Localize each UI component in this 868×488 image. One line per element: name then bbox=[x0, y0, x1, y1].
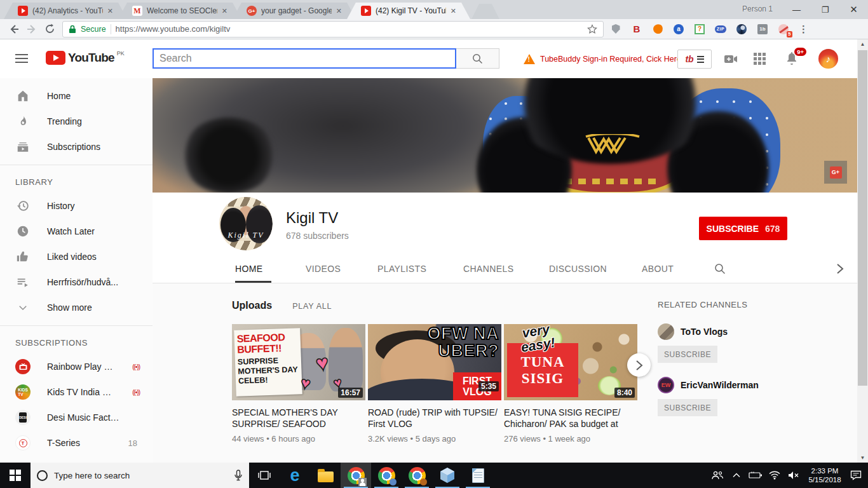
notepad-button[interactable] bbox=[463, 463, 493, 488]
scroll-down-icon[interactable]: ▼ bbox=[857, 453, 868, 463]
action-center-icon[interactable] bbox=[848, 463, 864, 488]
tab-analytics[interactable]: (42) Analytics - YouTube ✕ bbox=[4, 3, 127, 19]
tab-close-icon[interactable]: ✕ bbox=[222, 8, 227, 15]
tab-close-icon[interactable]: ✕ bbox=[451, 8, 456, 15]
video-thumbnail[interactable]: TUNA SISIG very easy! 8:40 bbox=[504, 324, 637, 400]
sidebar-item-playlist-herrfrisor[interactable]: Herrfrisör/hudvå... bbox=[0, 269, 153, 295]
tab-playlists[interactable]: PLAYLISTS bbox=[377, 254, 426, 283]
play-all-link[interactable]: PLAY ALL bbox=[292, 302, 332, 311]
new-tab-button[interactable] bbox=[471, 4, 499, 19]
sidebar-item-kids-tv-india[interactable]: KIDSTV Kids TV India … ((•)) bbox=[0, 379, 153, 405]
channel-search-icon[interactable] bbox=[714, 254, 726, 283]
sidebar-item-watch-later[interactable]: Watch Later bbox=[0, 219, 153, 244]
volume-muted-icon[interactable] bbox=[785, 463, 802, 488]
question-extension-icon[interactable]: ? bbox=[694, 24, 705, 35]
tabs-chevron-right-icon[interactable] bbox=[836, 254, 844, 283]
warning-text[interactable]: TubeBuddy Sign-in Required, Cick Here bbox=[540, 55, 681, 64]
p-extension-icon[interactable] bbox=[736, 24, 747, 35]
task-view-button[interactable] bbox=[249, 463, 280, 488]
s-extension-icon[interactable]: 5 bbox=[778, 24, 789, 35]
a-extension-icon[interactable]: a bbox=[673, 24, 684, 35]
microphone-icon[interactable] bbox=[234, 470, 243, 481]
tab-close-icon[interactable]: ✕ bbox=[107, 8, 113, 15]
video-card[interactable]: TUNA SISIG very easy! 8:40 EASY! TUNA SI… bbox=[504, 324, 637, 444]
tubebuddy-extension-icon[interactable]: 1b bbox=[757, 24, 768, 35]
browser-profile-name[interactable]: Person 1 bbox=[742, 4, 773, 13]
sidebar-item-rainbow-play[interactable]: Rainbow Play … ((•)) bbox=[0, 354, 153, 379]
account-avatar[interactable]: ♪ bbox=[818, 49, 838, 69]
file-explorer-button[interactable] bbox=[310, 463, 341, 488]
forward-button[interactable] bbox=[23, 20, 41, 38]
page-scrollbar[interactable]: ▲ ▼ bbox=[857, 39, 868, 463]
video-title[interactable]: SPECIAL MOTHER'S DAY SURPRISE/ SEAFOOD bbox=[232, 407, 365, 430]
upload-video-icon[interactable] bbox=[723, 51, 738, 67]
tab-discussion[interactable]: DISCUSSION bbox=[549, 254, 607, 283]
notifications-bell-icon[interactable]: 9+ bbox=[784, 51, 801, 67]
youtube-logo[interactable]: YouTube PK bbox=[46, 51, 125, 65]
close-button[interactable]: ✕ bbox=[839, 0, 868, 19]
taskbar-search[interactable] bbox=[31, 463, 249, 488]
sidebar-item-trending[interactable]: Trending bbox=[0, 109, 153, 134]
minimize-button[interactable]: — bbox=[782, 0, 811, 19]
sidebar-item-subscriptions[interactable]: Subscriptions bbox=[0, 134, 153, 159]
subscribe-button[interactable]: SUBSCRIBE 678 bbox=[699, 217, 787, 240]
sidebar-item-home[interactable]: Home bbox=[0, 83, 153, 109]
search-button[interactable] bbox=[456, 48, 499, 69]
b-extension-icon[interactable]: B bbox=[631, 24, 642, 35]
back-button[interactable] bbox=[5, 20, 23, 38]
orange-extension-icon[interactable] bbox=[652, 24, 663, 35]
people-icon[interactable] bbox=[709, 463, 726, 488]
sidebar-item-liked-videos[interactable]: Liked videos bbox=[0, 244, 153, 269]
bookmark-star-icon[interactable] bbox=[587, 24, 597, 34]
guide-menu-icon[interactable] bbox=[15, 54, 28, 63]
video-card[interactable]: OFW NA UBER? FIRST VLOG 5:35 ROAD (rude)… bbox=[368, 324, 501, 444]
sidebar-item-desi-music-factory[interactable]: DESI Desi Music Factory bbox=[0, 405, 153, 430]
chrome-button-active[interactable] bbox=[341, 463, 371, 488]
tab-close-icon[interactable]: ✕ bbox=[336, 8, 342, 15]
video-thumbnail[interactable]: SEAFOOD BUFFET!! SURPRISE MOTHER'S DAY C… bbox=[232, 324, 365, 400]
tubebuddy-button[interactable]: tb bbox=[677, 50, 712, 69]
shield-extension-icon[interactable] bbox=[610, 24, 621, 35]
address-bar[interactable]: Secure https://www.youtube.com/kigiltv bbox=[62, 21, 604, 37]
tray-chevron-up-icon[interactable] bbox=[728, 463, 745, 488]
taskbar-search-input[interactable] bbox=[54, 471, 227, 480]
scroll-up-icon[interactable]: ▲ bbox=[857, 39, 868, 49]
wifi-icon[interactable] bbox=[766, 463, 783, 488]
tab-about[interactable]: ABOUT bbox=[642, 254, 674, 283]
tab-channels[interactable]: CHANNELS bbox=[463, 254, 513, 283]
video-title[interactable]: ROAD (rude) TRIP with TUPSIE/ First VLOG bbox=[368, 407, 501, 430]
browser-menu-icon[interactable]: ⋮ bbox=[799, 24, 808, 35]
subscribe-button-toto[interactable]: SUBSCRIBE bbox=[658, 346, 717, 363]
chrome-button-3[interactable] bbox=[402, 463, 432, 488]
reload-button[interactable] bbox=[41, 20, 58, 38]
tab-videos[interactable]: VIDEOS bbox=[306, 254, 341, 283]
battery-icon[interactable] bbox=[747, 463, 764, 488]
chrome-button-2[interactable] bbox=[371, 463, 402, 488]
channel-avatar[interactable]: Kigil TV bbox=[219, 197, 273, 250]
related-channel-toto[interactable]: ToTo Vlogs bbox=[658, 323, 836, 340]
url-text[interactable]: https://www.youtube.com/kigiltv bbox=[116, 24, 583, 34]
tab-kigil-tv-active[interactable]: (42) Kigil TV - YouTube - ✕ bbox=[347, 3, 470, 19]
gplus-share-button[interactable]: G+ bbox=[824, 161, 847, 184]
video-title[interactable]: EASY! TUNA SISIG RECIPE/ Chicharon/ PAK … bbox=[504, 407, 637, 430]
tab-seoclerks[interactable]: M Welcome to SEOClerks - ✕ bbox=[118, 3, 241, 19]
video-card[interactable]: SEAFOOD BUFFET!! SURPRISE MOTHER'S DAY C… bbox=[232, 324, 365, 444]
restore-button[interactable]: ❐ bbox=[811, 0, 839, 19]
tab-googleplus[interactable]: G+ your gadget - Google+ ✕ bbox=[233, 3, 356, 19]
related-channel-ericvanwilderman[interactable]: EW EricVanWilderman bbox=[658, 377, 836, 393]
subscribe-button-eric[interactable]: SUBSCRIBE bbox=[658, 399, 717, 416]
scrollbar-thumb[interactable] bbox=[858, 50, 867, 386]
start-button[interactable] bbox=[0, 463, 31, 488]
edge-button[interactable]: e bbox=[280, 463, 310, 488]
search-input[interactable] bbox=[153, 48, 456, 69]
next-videos-button[interactable] bbox=[627, 353, 651, 377]
sidebar-item-partial[interactable] bbox=[0, 456, 153, 463]
sidebar-item-history[interactable]: History bbox=[0, 193, 153, 219]
video-thumbnail[interactable]: OFW NA UBER? FIRST VLOG 5:35 bbox=[368, 324, 501, 400]
tubebuddy-warning[interactable]: TubeBuddy Sign-in Required, Cick Here bbox=[524, 39, 681, 78]
taskbar-clock[interactable]: 2:33 PM 5/15/2018 bbox=[804, 466, 845, 484]
youtube-apps-icon[interactable] bbox=[754, 53, 769, 68]
cube-app-button[interactable] bbox=[432, 463, 463, 488]
tab-home[interactable]: HOME bbox=[235, 254, 263, 283]
sidebar-item-show-more[interactable]: Show more bbox=[0, 295, 153, 320]
